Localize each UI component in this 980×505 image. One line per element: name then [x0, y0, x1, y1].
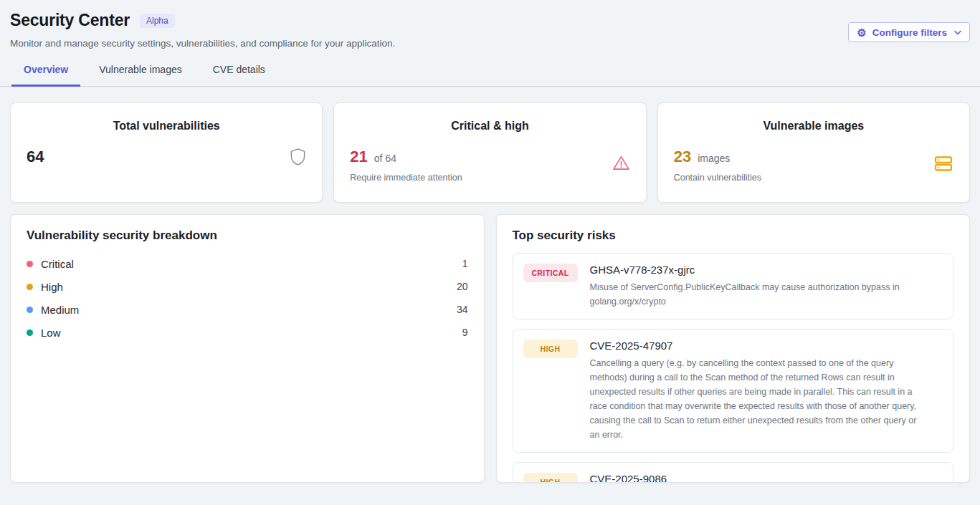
panels-row: Vulnerability security breakdown Critica…	[10, 214, 970, 483]
alpha-badge: Alpha	[140, 14, 175, 28]
configure-filters-button[interactable]: ⚙ Configure filters	[848, 22, 970, 42]
risk-list: CRITICAL GHSA-v778-237x-gjrc Misuse of S…	[513, 253, 954, 483]
page-header: Security Center Alpha	[10, 11, 970, 30]
warning-triangle-icon	[612, 155, 630, 171]
risk-description: Cancelling a query (e.g. by cancelling t…	[590, 356, 920, 442]
critical-high-description: Require immediate attention	[350, 173, 462, 183]
severity-badge: HIGH	[523, 473, 578, 483]
risk-item-ghsa-v778[interactable]: CRITICAL GHSA-v778-237x-gjrc Misuse of S…	[513, 253, 954, 319]
high-dot	[27, 284, 33, 290]
page-subtitle: Monitor and manage security settings, vu…	[10, 38, 970, 49]
severity-badge: HIGH	[523, 340, 578, 358]
top-security-risks-panel: Top security risks CRITICAL GHSA-v778-23…	[496, 214, 971, 483]
vulnerable-images-card: Vulnerable images 23 images Contain vuln…	[657, 102, 970, 203]
tab-vulnerable-images[interactable]: Vulnerable images	[87, 64, 194, 87]
risk-item-cve-2025-9086[interactable]: HIGH CVE-2025-9086	[513, 462, 954, 483]
critical-high-title: Critical & high	[350, 120, 629, 133]
breakdown-row-high: High 20	[27, 275, 468, 298]
critical-dot	[27, 261, 33, 267]
breakdown-value: 34	[457, 304, 468, 315]
risk-description: Misuse of ServerConfig.PublicKeyCallback…	[590, 280, 920, 309]
risk-id: CVE-2025-47907	[590, 340, 943, 352]
breakdown-label: Medium	[41, 304, 79, 316]
tab-overview[interactable]: Overview	[11, 64, 80, 87]
tab-cve-details[interactable]: CVE details	[201, 64, 277, 87]
vulnerable-images-title: Vulnerable images	[674, 120, 953, 133]
severity-badge: CRITICAL	[523, 264, 578, 282]
low-dot	[27, 330, 33, 336]
breakdown-value: 9	[462, 327, 468, 338]
total-vulnerabilities-card: Total vulnerabilities 64	[10, 102, 323, 203]
breakdown-title: Vulnerability security breakdown	[27, 229, 468, 243]
configure-filters-label: Configure filters	[872, 27, 947, 38]
vulnerable-images-value: 23	[674, 148, 691, 166]
medium-dot	[27, 307, 33, 313]
risk-id: GHSA-v778-237x-gjrc	[590, 264, 943, 276]
breakdown-value: 1	[462, 258, 468, 269]
breakdown-row-medium: Medium 34	[27, 298, 468, 321]
breakdown-value: 20	[457, 281, 468, 292]
breakdown-row-critical: Critical 1	[27, 252, 468, 275]
vulnerability-breakdown-panel: Vulnerability security breakdown Critica…	[10, 214, 485, 483]
breakdown-list: Critical 1 High 20 Medium 34 Low 9	[27, 252, 468, 344]
critical-high-suffix: of 64	[374, 153, 396, 164]
chevron-down-icon	[954, 30, 961, 35]
stacked-images-icon	[933, 154, 953, 173]
vulnerable-images-description: Contain vulnerabilities	[674, 173, 761, 183]
critical-high-value: 21	[350, 148, 367, 166]
risk-id: CVE-2025-9086	[590, 473, 943, 483]
breakdown-label: Critical	[41, 258, 74, 270]
vulnerable-images-suffix: images	[698, 153, 730, 164]
top-risks-title: Top security risks	[513, 229, 954, 243]
critical-high-card: Critical & high 21 of 64 Require immedia…	[333, 102, 646, 203]
total-vulnerabilities-value: 64	[27, 148, 44, 166]
page-title: Security Center	[10, 11, 130, 30]
shield-icon	[290, 148, 306, 166]
tab-bar: Overview Vulnerable images CVE details	[0, 64, 980, 87]
breakdown-label: Low	[41, 327, 61, 339]
gear-icon: ⚙	[857, 27, 866, 38]
risk-item-cve-2025-47907[interactable]: HIGH CVE-2025-47907 Cancelling a query (…	[513, 329, 954, 453]
security-center-page: Security Center Alpha Monitor and manage…	[0, 0, 980, 483]
total-vulnerabilities-title: Total vulnerabilities	[27, 120, 306, 133]
stats-row: Total vulnerabilities 64 Critical & high…	[10, 102, 970, 203]
breakdown-row-low: Low 9	[27, 321, 468, 344]
breakdown-label: High	[41, 281, 63, 293]
